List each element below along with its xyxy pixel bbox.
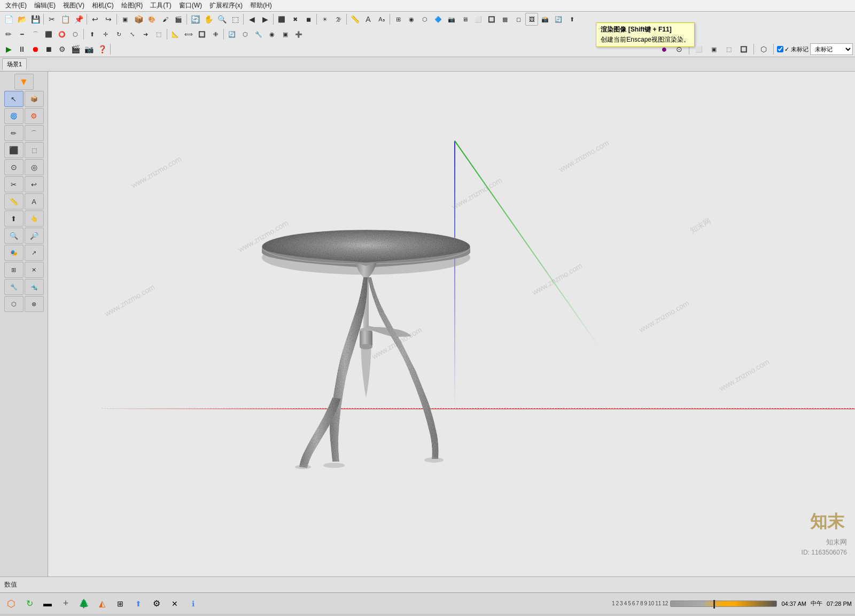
tb-ext2[interactable]: ◉ <box>405 13 418 26</box>
taskbar-terrain[interactable]: ◭ <box>94 596 110 612</box>
tb-text[interactable]: A <box>362 13 375 26</box>
tb2-followme[interactable]: ➜ <box>139 28 152 41</box>
tb-render3[interactable]: 🔄 <box>552 13 565 26</box>
lt-select[interactable]: ↖ <box>4 91 24 107</box>
tb-select[interactable]: ▣ <box>119 13 131 26</box>
tb3-pause[interactable]: ⏸ <box>15 43 28 56</box>
tb-styles[interactable]: 🖌 <box>159 13 172 26</box>
tb-ext3[interactable]: ⬡ <box>418 13 431 26</box>
tb-orbit[interactable]: 🔄 <box>189 13 201 26</box>
time-slider[interactable] <box>670 601 777 607</box>
tb-redo[interactable]: ↪ <box>102 13 115 26</box>
lt-extra3[interactable]: 🔧 <box>4 279 24 295</box>
tb2-polygon[interactable]: ⬡ <box>69 28 82 41</box>
taskbar-grid[interactable]: ⊞ <box>112 596 128 612</box>
tb3-frame3[interactable]: ⬚ <box>722 43 735 56</box>
tb-ext1[interactable]: ⊞ <box>392 13 405 26</box>
tb-ext5[interactable]: 📷 <box>445 13 458 26</box>
tb-scenes[interactable]: 🎬 <box>172 13 185 26</box>
tb-paste[interactable]: 📌 <box>72 13 85 26</box>
viewport[interactable]: www.znzmo.com www.znzmo.com www.znzmo.co… <box>48 72 855 576</box>
tb-3d-text[interactable]: A₃ <box>375 13 388 26</box>
tb2-dimension[interactable]: ⟺ <box>182 28 195 41</box>
tb2-offset[interactable]: ⬚ <box>152 28 165 41</box>
taskbar-close[interactable]: ✕ <box>167 596 183 612</box>
tb-new[interactable]: 📄 <box>2 13 15 26</box>
tb2-axes[interactable]: ✙ <box>209 28 222 41</box>
tb3-stop[interactable]: ⏹ <box>42 43 55 56</box>
tb3-help[interactable]: ❓ <box>96 43 108 56</box>
tb2-tape[interactable]: 📐 <box>169 28 182 41</box>
tb3-scene[interactable]: 🎬 <box>69 43 82 56</box>
lt-component[interactable]: 📦 <box>25 91 44 107</box>
tb-fog[interactable]: 🌫 <box>332 13 345 26</box>
lt-undo2[interactable]: ↩ <box>25 176 44 192</box>
tb2-line[interactable]: ━ <box>15 28 28 41</box>
taskbar-extensions[interactable]: ↻ <box>21 596 37 612</box>
lt-arc[interactable]: ⌒ <box>25 125 44 141</box>
tb2-ext6[interactable]: ➕ <box>292 28 305 41</box>
taskbar-up[interactable]: ⬆ <box>130 596 146 612</box>
view-mode-select[interactable]: 未标记 标记1 <box>810 43 853 55</box>
lt-circle2[interactable]: ◎ <box>25 159 44 175</box>
tag-checkbox[interactable] <box>777 46 783 52</box>
tb2-pushpull[interactable]: ⬆ <box>86 28 98 41</box>
tb-render4[interactable]: ⬆ <box>565 13 578 26</box>
menu-camera[interactable]: 相机(C) <box>89 0 117 11</box>
tb-section-cuts[interactable]: ✖ <box>289 13 301 26</box>
tb2-move[interactable]: ✛ <box>99 28 112 41</box>
tb-save[interactable]: 💾 <box>29 13 42 26</box>
tb-open[interactable]: 📂 <box>15 13 28 26</box>
lt-last1[interactable]: ⬡ <box>4 296 24 312</box>
tb-ext6[interactable]: 🖥 <box>458 13 471 26</box>
tb-cut[interactable]: ✂ <box>45 13 58 26</box>
menu-window[interactable]: 窗口(W) <box>176 0 205 11</box>
tb3-camera[interactable]: 📷 <box>82 43 95 56</box>
menu-edit[interactable]: 编辑(E) <box>31 0 59 11</box>
lt-rect2[interactable]: ⬚ <box>25 142 44 158</box>
taskbar-settings[interactable]: ⚙ <box>149 596 165 612</box>
tb2-ext1[interactable]: 🔄 <box>226 28 238 41</box>
lt-orange-arrow[interactable]: ▼ <box>14 74 34 90</box>
menu-tools[interactable]: 工具(T) <box>147 0 174 11</box>
menu-draw[interactable]: 绘图(R) <box>118 0 146 11</box>
tb-measure[interactable]: 📏 <box>348 13 361 26</box>
taskbar-sketchup-logo[interactable]: ⬡ <box>3 596 19 612</box>
tb3-play[interactable]: ▶ <box>2 43 15 56</box>
tb-shadows[interactable]: ☀ <box>318 13 331 26</box>
tb-ext7[interactable]: ⬜ <box>472 13 485 26</box>
tb-pan[interactable]: ✋ <box>202 13 215 26</box>
tb3-settings[interactable]: ⚙ <box>56 43 68 56</box>
tb-display-sections[interactable]: ◼ <box>302 13 315 26</box>
tb-prev-view[interactable]: ◀ <box>245 13 258 26</box>
lt-measure[interactable]: 📏 <box>4 193 24 209</box>
tb2-ext5[interactable]: ▣ <box>279 28 292 41</box>
tb3-frame4[interactable]: 🔲 <box>737 43 750 56</box>
tb-render[interactable]: 🖼 <box>525 13 538 26</box>
lt-zoom2[interactable]: 🔍 <box>4 228 24 244</box>
lt-paint[interactable]: 🎭 <box>4 245 24 261</box>
menu-help[interactable]: 帮助(H) <box>247 0 275 11</box>
tb2-ext3[interactable]: 🔧 <box>252 28 265 41</box>
tb-components[interactable]: 📦 <box>132 13 145 26</box>
tb2-shape[interactable]: ⬛ <box>42 28 55 41</box>
lt-plugin1[interactable]: ⚙ <box>25 108 44 124</box>
tb2-rotate[interactable]: ↻ <box>112 28 125 41</box>
lt-last2[interactable]: ⊗ <box>25 296 44 312</box>
lt-move[interactable]: ⬆ <box>4 210 24 227</box>
tb2-circle[interactable]: ⭕ <box>56 28 68 41</box>
tb-render2[interactable]: 📸 <box>539 13 551 26</box>
taskbar-info[interactable]: ℹ <box>185 596 201 612</box>
lt-extra2[interactable]: ✕ <box>25 262 44 278</box>
taskbar-add-location[interactable]: + <box>58 596 74 612</box>
tb3-cube[interactable]: ⬡ <box>757 43 770 56</box>
menu-extensions[interactable]: 扩展程序(x) <box>206 0 246 11</box>
lt-pushpull[interactable]: 👆 <box>25 210 44 227</box>
menu-view[interactable]: 视图(V) <box>60 0 88 11</box>
tb2-ext4[interactable]: ◉ <box>266 28 278 41</box>
lt-erase[interactable]: 🌀 <box>4 108 24 124</box>
lt-extra4[interactable]: 🔩 <box>25 279 44 295</box>
tb-materials[interactable]: 🎨 <box>145 13 158 26</box>
tb-next-view[interactable]: ▶ <box>259 13 271 26</box>
lt-text2[interactable]: A <box>25 193 44 209</box>
